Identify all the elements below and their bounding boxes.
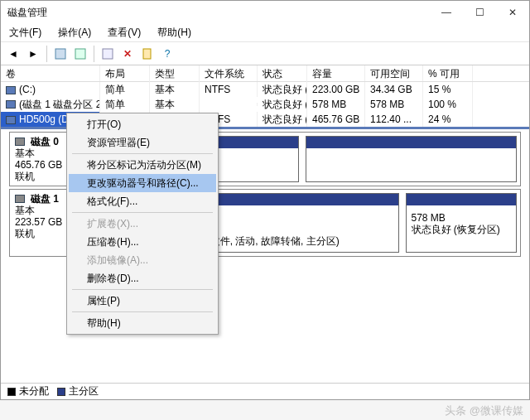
disk-icon [15, 195, 25, 203]
col-free[interactable]: 可用空间 [365, 65, 423, 81]
ctx-add-mirror: 添加镜像(A)... [69, 251, 216, 269]
col-pct[interactable]: % 可用 [423, 65, 473, 81]
col-fs[interactable]: 文件系统 [200, 65, 258, 81]
disk-icon [15, 138, 25, 146]
legend-unallocated: 未分配 [7, 384, 49, 398]
legend-primary: 主分区 [57, 384, 99, 398]
legend: 未分配 主分区 [1, 383, 529, 399]
ctx-shrink[interactable]: 压缩卷(H)... [69, 233, 216, 251]
col-status[interactable]: 状态 [258, 65, 307, 81]
titlebar: 磁盘管理 — ☐ ✕ [1, 1, 529, 24]
help-icon[interactable]: ? [158, 45, 176, 63]
watermark: 头条 @微课传媒 [445, 403, 523, 418]
col-layout[interactable]: 布局 [100, 65, 150, 81]
minimize-button[interactable]: — [430, 1, 463, 24]
properties-icon[interactable] [138, 45, 157, 63]
menu-help[interactable]: 帮助(H) [154, 24, 195, 41]
close-button[interactable]: ✕ [496, 1, 529, 24]
ctx-open[interactable]: 打开(O) [69, 115, 216, 133]
menu-view[interactable]: 查看(V) [104, 24, 144, 41]
menu-file[interactable]: 文件(F) [6, 24, 45, 41]
ctx-format[interactable]: 格式化(F)... [69, 192, 216, 210]
context-menu: 打开(O) 资源管理器(E) 将分区标记为活动分区(M) 更改驱动器号和路径(C… [66, 113, 219, 335]
view-icon[interactable] [51, 45, 70, 63]
maximize-button[interactable]: ☐ [463, 1, 496, 24]
ctx-properties[interactable]: 属性(P) [69, 292, 216, 310]
svg-rect-2 [103, 49, 113, 59]
svg-rect-0 [55, 49, 65, 59]
refresh-icon[interactable] [71, 45, 89, 63]
toolbar: ◄ ► ✕ ? [1, 42, 529, 65]
back-icon[interactable]: ◄ [4, 45, 22, 63]
volume-row[interactable]: (磁盘 1 磁盘分区 2) 简单基本状态良好 (578 MB578 MB100 … [1, 97, 529, 112]
volume-row[interactable]: (C:) 简单基本NTFS状态良好 (223.00 GB34.34 GB15 % [1, 82, 529, 97]
ctx-explore[interactable]: 资源管理器(E) [69, 133, 216, 152]
settings-icon[interactable] [99, 45, 117, 63]
volume-list-header: 卷 布局 类型 文件系统 状态 容量 可用空间 % 可用 [1, 65, 529, 82]
window-title: 磁盘管理 [7, 6, 430, 20]
menu-action[interactable]: 操作(A) [55, 24, 94, 41]
ctx-delete[interactable]: 删除卷(D)... [69, 269, 216, 287]
col-type[interactable]: 类型 [150, 65, 200, 81]
ctx-help[interactable]: 帮助(H) [69, 314, 216, 332]
ctx-change-drive-letter[interactable]: 更改驱动器号和路径(C)... [69, 174, 216, 192]
menubar: 文件(F) 操作(A) 查看(V) 帮助(H) [1, 24, 529, 42]
forward-icon[interactable]: ► [24, 45, 42, 63]
delete-icon[interactable]: ✕ [118, 45, 137, 63]
col-cap[interactable]: 容量 [307, 65, 365, 81]
partition[interactable] [306, 136, 517, 182]
col-volume[interactable]: 卷 [1, 65, 100, 81]
partition-recovery[interactable]: 578 MB状态良好 (恢复分区) [406, 193, 518, 253]
svg-rect-3 [143, 49, 151, 59]
svg-rect-1 [75, 49, 85, 59]
ctx-mark-active[interactable]: 将分区标记为活动分区(M) [69, 156, 216, 174]
ctx-extend: 扩展卷(X)... [69, 215, 216, 233]
